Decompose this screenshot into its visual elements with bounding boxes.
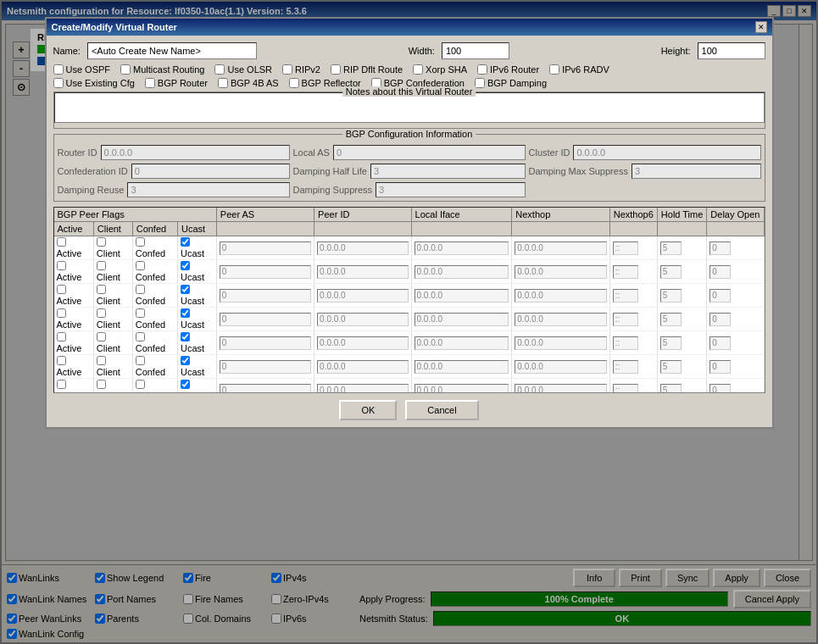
delay-open-input[interactable] [709,313,731,326]
peer-id-input[interactable] [317,289,408,303]
local-iface-input[interactable] [415,265,509,279]
cb-ipv6-radv[interactable]: IPv6 RADV [549,64,609,75]
delay-open-input[interactable] [709,242,731,255]
peer-as-input[interactable] [220,384,311,394]
local-iface-input[interactable] [415,289,509,303]
nexthop-input[interactable] [515,265,606,279]
confed-cb[interactable] [136,380,145,389]
active-cb[interactable] [57,308,66,318]
peer-as-input[interactable] [220,313,311,326]
client-cb[interactable] [97,261,106,270]
cancel-button[interactable]: Cancel [405,400,478,420]
height-input[interactable] [698,42,765,59]
client-cb[interactable] [97,237,106,247]
confed-cb[interactable] [136,285,145,294]
damping-half-life-input[interactable] [370,164,526,179]
nexthop6-input[interactable] [613,360,638,374]
active-cb[interactable] [57,332,66,341]
cb-ripv2[interactable]: RIPv2 [282,64,320,75]
cb-use-olsr[interactable]: Use OLSR [214,64,272,75]
local-iface-input[interactable] [415,360,509,374]
nexthop6-input[interactable] [613,289,638,303]
hold-time-input[interactable] [660,242,682,255]
confederation-id-input[interactable] [131,164,290,179]
client-cb[interactable] [97,356,106,365]
client-cb[interactable] [97,285,106,294]
cluster-id-input[interactable] [573,145,760,160]
peer-as-input[interactable] [220,336,311,350]
delay-open-input[interactable] [709,384,731,394]
ucast-cb[interactable] [181,308,190,318]
active-cb[interactable] [57,356,66,365]
client-cb[interactable] [97,308,106,318]
peer-id-input[interactable] [317,336,408,350]
nexthop6-input[interactable] [613,313,638,326]
nexthop6-input[interactable] [613,242,638,255]
active-cb[interactable] [57,285,66,294]
peer-id-input[interactable] [317,360,408,374]
ucast-cb[interactable] [181,332,190,341]
nexthop-input[interactable] [515,289,606,303]
peer-as-input[interactable] [220,360,311,374]
cb-bgp-router[interactable]: BGP Router [145,78,208,88]
damping-suppress-input[interactable] [376,182,525,197]
damping-max-suppress-input[interactable] [632,164,761,179]
modal-close-button[interactable]: ✕ [755,21,767,33]
local-iface-input[interactable] [415,313,509,326]
ucast-cb[interactable] [181,237,190,247]
cb-bgp-damping[interactable]: BGP Damping [475,78,547,88]
nexthop6-input[interactable] [613,336,638,350]
active-cb[interactable] [57,237,66,247]
local-iface-input[interactable] [415,336,509,350]
nexthop6-input[interactable] [613,265,638,279]
damping-reuse-input[interactable] [127,182,289,197]
cb-rip-dflt-route[interactable]: RIP Dflt Route [331,64,403,75]
ucast-cb[interactable] [181,261,190,270]
peer-as-input[interactable] [220,265,311,279]
ucast-cb[interactable] [181,285,190,294]
notes-input[interactable] [54,92,765,123]
delay-open-input[interactable] [709,360,731,374]
hold-time-input[interactable] [660,289,682,303]
peer-id-input[interactable] [317,265,408,279]
nexthop-input[interactable] [515,360,606,374]
cb-ipv6-router[interactable]: IPv6 Router [477,64,539,75]
hold-time-input[interactable] [660,336,682,350]
hold-time-input[interactable] [660,313,682,326]
local-as-input[interactable] [333,145,526,160]
peer-as-input[interactable] [220,242,311,255]
peer-id-input[interactable] [317,384,408,394]
local-iface-input[interactable] [415,242,509,255]
cb-bgp-4b-as[interactable]: BGP 4B AS [218,78,279,88]
delay-open-input[interactable] [709,336,731,350]
hold-time-input[interactable] [660,265,682,279]
cb-use-existing-cfg[interactable]: Use Existing Cfg [53,78,135,88]
delay-open-input[interactable] [709,289,731,303]
confed-cb[interactable] [136,356,145,365]
cb-use-ospf[interactable]: Use OSPF [53,64,111,75]
nexthop-input[interactable] [515,384,606,394]
peer-id-input[interactable] [317,242,408,255]
hold-time-input[interactable] [660,360,682,374]
active-cb[interactable] [57,261,66,270]
peer-as-input[interactable] [220,289,311,303]
confed-cb[interactable] [136,261,145,270]
hold-time-input[interactable] [660,384,682,394]
active-cb[interactable] [57,380,66,389]
confed-cb[interactable] [136,332,145,341]
cb-multicast-routing[interactable]: Multicast Routing [120,64,204,75]
nexthop-input[interactable] [515,313,606,326]
peer-id-input[interactable] [317,313,408,326]
ucast-cb[interactable] [181,356,190,365]
name-input[interactable] [87,42,257,59]
ok-button[interactable]: OK [339,400,397,420]
client-cb[interactable] [97,332,106,341]
router-id-input[interactable] [101,145,290,160]
delay-open-input[interactable] [709,265,731,279]
peer-table-container[interactable]: BGP Peer Flags Peer AS Peer ID Local Ifa… [53,207,765,393]
nexthop6-input[interactable] [613,384,638,394]
ucast-cb[interactable] [181,380,190,389]
width-input[interactable] [442,42,509,59]
nexthop-input[interactable] [515,242,606,255]
cb-xorp-sha[interactable]: Xorp SHA [413,64,467,75]
